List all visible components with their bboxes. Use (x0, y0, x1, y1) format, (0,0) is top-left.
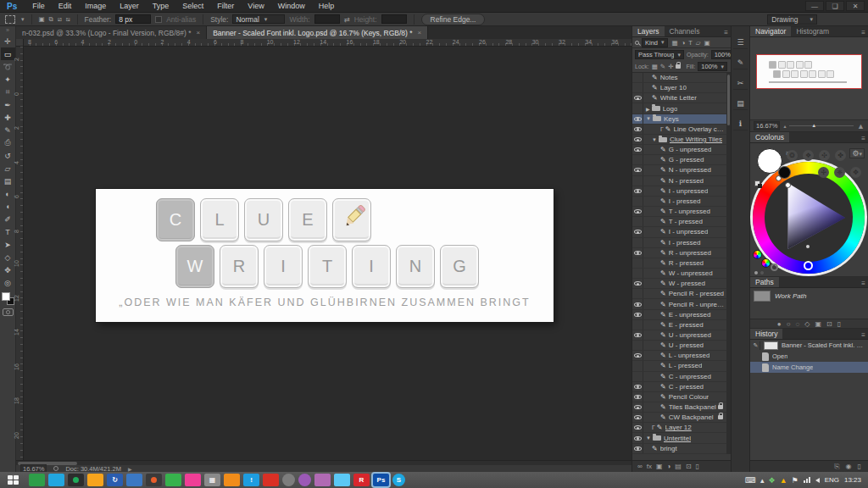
visibility-toggle[interactable] (632, 392, 643, 402)
minimize-button[interactable]: — (805, 1, 824, 11)
new-path-icon[interactable]: ⊡ (826, 320, 832, 328)
layer-row[interactable]: ✎N - unpressed (632, 165, 727, 175)
history-brush-source-icon[interactable]: ✎ (752, 341, 760, 350)
visibility-toggle[interactable] (632, 238, 643, 247)
healing-brush-tool[interactable]: ✚ (1, 111, 15, 124)
app-light-blue[interactable] (334, 474, 350, 486)
menu-type[interactable]: Type (146, 2, 176, 10)
filter-icon[interactable]: T (688, 39, 693, 47)
menu-file[interactable]: File (25, 2, 52, 10)
layer-row[interactable]: ✎G - pressed (632, 155, 727, 165)
menu-help[interactable]: Help (312, 2, 342, 10)
new-group-icon[interactable]: ▤ (675, 463, 682, 470)
restore-button[interactable]: ❏ (826, 1, 844, 11)
keyboard-key-i[interactable]: I (352, 245, 391, 288)
dodge-tool[interactable]: ◖ (1, 200, 15, 213)
fill-path-icon[interactable]: ● (777, 320, 782, 328)
app-skype[interactable]: S (392, 474, 405, 486)
visibility-toggle[interactable] (632, 351, 643, 360)
lock-option-icon[interactable]: ✛ (668, 63, 673, 70)
navigator-view-box[interactable] (756, 54, 862, 89)
filter-icon[interactable]: ▦ (672, 39, 678, 47)
visibility-toggle[interactable] (632, 248, 643, 258)
drive-tray-icon[interactable]: ▲ (780, 476, 787, 485)
visibility-toggle[interactable] (632, 258, 643, 268)
layer-row[interactable]: ✎W - unpressed (632, 269, 727, 279)
selection-new-icon[interactable]: ▣ (39, 15, 45, 23)
color-swatches[interactable] (2, 292, 14, 305)
quick-selection-tool[interactable]: ✦ (1, 73, 15, 86)
keyboard-key-n[interactable]: N (396, 245, 435, 288)
panel-menu-icon[interactable]: ≡ (861, 280, 868, 287)
pen-tool[interactable]: ✐ (1, 213, 15, 225)
history-state-row[interactable]: Open (750, 351, 868, 362)
menu-layer[interactable]: Layer (113, 2, 146, 10)
volume-icon[interactable] (815, 478, 820, 483)
layer-row[interactable]: ✎Notes (632, 73, 727, 83)
document-tab-1[interactable]: n-032.psd @ 33.3% (Logo - Final Version,… (16, 26, 207, 39)
foreground-color-swatch[interactable] (2, 292, 10, 301)
app-gray-circle[interactable] (282, 474, 295, 486)
refine-edge-button[interactable]: Refine Edge... (421, 14, 486, 25)
layer-row[interactable]: ✎Tiles Backpanel (632, 402, 727, 413)
menu-filter[interactable]: Filter (210, 2, 241, 10)
visibility-toggle[interactable] (632, 165, 643, 175)
layer-row[interactable]: ✎bringt (632, 444, 727, 454)
lock-option-icon[interactable]: ▦ (652, 63, 658, 70)
app-blue-arrow[interactable]: ↻ (107, 474, 123, 486)
layer-row[interactable]: ✎T - unpressed (632, 207, 727, 217)
flag-tray-icon[interactable]: ⚑ (792, 476, 798, 485)
layer-row[interactable]: ✎N - pressed (632, 176, 727, 186)
horizontal-ruler[interactable]: 8642024681012141618202224262830323436 (16, 39, 632, 47)
keyboard-key-l[interactable]: L (200, 198, 239, 241)
document-tab-2[interactable]: Banner - Scaled Font inkl. Logo.psd @ 16… (207, 26, 428, 39)
layer-row[interactable]: ✎Pencil R - unpressed (632, 299, 727, 309)
app-blue-square[interactable] (126, 474, 142, 486)
layer-row[interactable]: ▼Untertitel (632, 433, 727, 443)
layer-row[interactable]: ✎White Letter (632, 93, 727, 103)
group-expand-icon[interactable]: ▼ (646, 435, 651, 441)
layer-row[interactable]: ✎Pencil Colour (632, 392, 727, 402)
language-indicator[interactable]: ENG (825, 476, 839, 484)
rectangular-marquee-tool[interactable]: ▭ (1, 47, 15, 60)
history-state-row[interactable]: Name Change (750, 362, 868, 373)
app-dark-green-dot[interactable] (68, 474, 84, 486)
selection-from-path-icon[interactable]: ◌ (796, 320, 800, 328)
document-banner[interactable]: CLUE WRITING „ODER WIE MAN KÄFER UND GLÜ… (96, 189, 554, 322)
tool-preset-caret-icon[interactable]: ▾ (21, 16, 25, 23)
visibility-toggle[interactable] (632, 341, 643, 350)
lock-all-icon[interactable] (676, 64, 681, 69)
layer-row[interactable]: ✎U - unpressed (632, 330, 727, 341)
layer-row[interactable]: ✎E - pressed (632, 320, 727, 330)
keyboard-key-g[interactable]: G (440, 245, 479, 288)
foreground-color-circle[interactable] (757, 148, 782, 174)
layer-row[interactable]: ✎Layer 10 (632, 83, 727, 93)
new-snapshot-icon[interactable]: ◉ (846, 463, 852, 470)
harmony-icon-5[interactable]: ✢ (818, 167, 829, 178)
tab-paths[interactable]: Paths (750, 277, 779, 287)
navigator-zoom-value[interactable]: 16.67% (754, 121, 780, 130)
layer-comps-panel-icon[interactable]: ▤ (733, 97, 748, 110)
new-document-from-state-icon[interactable]: ⎘ (834, 463, 839, 471)
visibility-toggle[interactable] (632, 433, 643, 442)
brush-panel-icon[interactable]: ✎ (733, 57, 748, 69)
layer-row[interactable]: ▼Clue Writing Tiles (632, 135, 727, 145)
visibility-toggle[interactable] (632, 289, 643, 298)
tab-navigator[interactable]: Navigator (750, 26, 791, 36)
keyboard-key-w[interactable]: W (175, 245, 214, 288)
zoom-in-icon[interactable]: ▲ (857, 122, 865, 130)
layer-row[interactable]: ✎I - unpressed (632, 186, 727, 197)
history-snapshot-row[interactable]: ✎ Banner - Scaled Font inkl. Logo.psd (750, 340, 868, 351)
group-expand-icon[interactable]: ▼ (652, 137, 657, 142)
keyboard-key-c[interactable]: C (156, 198, 195, 241)
layer-row[interactable]: ✎R - pressed (632, 258, 727, 269)
visibility-toggle[interactable] (632, 320, 643, 330)
stroke-path-icon[interactable]: ○ (787, 320, 791, 328)
app-window-grid[interactable]: ▦ (204, 474, 220, 486)
fill-value[interactable]: 100%▾ (698, 62, 727, 71)
visibility-toggle[interactable] (632, 227, 643, 236)
new-layer-icon[interactable]: ⊡ (686, 463, 692, 470)
visibility-toggle[interactable] (632, 423, 643, 432)
mini-color-wheel-icon[interactable] (753, 250, 762, 259)
default-colors-icon[interactable] (754, 180, 760, 186)
